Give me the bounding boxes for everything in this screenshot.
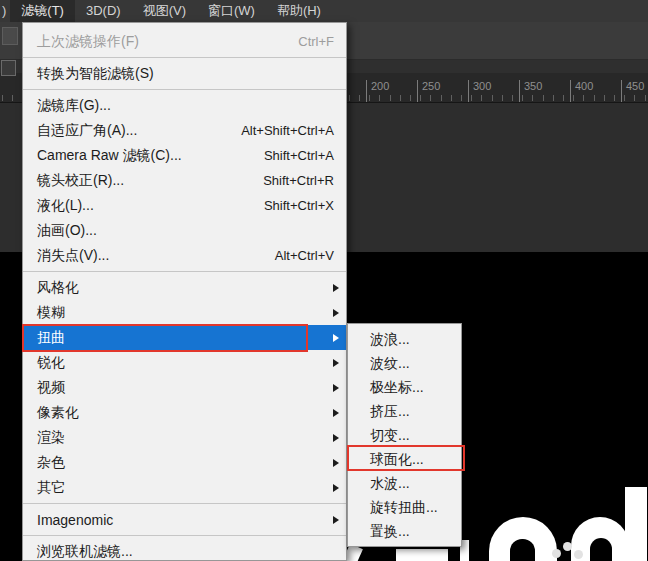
menubar-item-view[interactable]: 视图(V) <box>132 0 197 22</box>
menu-item-label: 风格化 <box>37 279 79 297</box>
menubar-item-help[interactable]: 帮助(H) <box>266 0 332 22</box>
menubar-partial-item: ) <box>0 0 10 22</box>
menu-item-label: 自适应广角(A)... <box>37 122 137 140</box>
menu-item-noise[interactable]: 杂色 <box>23 450 346 475</box>
menu-item-sharpen[interactable]: 锐化 <box>23 350 346 375</box>
menu-item-label: 模糊 <box>37 304 65 322</box>
menu-item-label: Camera Raw 滤镜(C)... <box>37 147 182 165</box>
submenu-item-label: 旋转扭曲... <box>370 499 438 517</box>
ruler-tick-label: 250 <box>417 80 440 102</box>
menu-item-shortcut: Shift+Ctrl+X <box>264 198 334 213</box>
menu-item-camera-raw[interactable]: Camera Raw 滤镜(C)... Shift+Ctrl+A <box>23 143 346 168</box>
submenu-item-polar-coordinates[interactable]: 极坐标... <box>348 376 461 400</box>
submenu-arrow-icon <box>333 284 339 292</box>
submenu-item-spherize[interactable]: 球面化... <box>348 448 461 472</box>
menu-item-distort[interactable]: 扭曲 <box>23 325 346 350</box>
menu-item-label: 油画(O)... <box>37 222 97 240</box>
menu-separator <box>23 271 346 272</box>
submenu-item-pinch[interactable]: 挤压... <box>348 400 461 424</box>
menubar-item-3d[interactable]: 3D(D) <box>75 0 132 22</box>
menubar-item-filter[interactable]: 滤镜(T) <box>10 0 75 22</box>
menu-item-label: 其它 <box>37 479 65 497</box>
menu-item-label: 液化(L)... <box>37 197 94 215</box>
canvas-dot <box>563 542 572 551</box>
menu-item-convert-smart-filter[interactable]: 转换为智能滤镜(S) <box>23 61 346 86</box>
menu-item-label: 浏览联机滤镜... <box>37 543 133 561</box>
submenu-arrow-icon <box>333 459 339 467</box>
menu-item-label: 渲染 <box>37 429 65 447</box>
submenu-item-label: 球面化... <box>370 451 424 469</box>
menu-separator <box>23 57 346 58</box>
menu-item-label: 扭曲 <box>37 329 65 347</box>
menu-item-video[interactable]: 视频 <box>23 375 346 400</box>
submenu-arrow-icon <box>333 309 339 317</box>
menu-item-label: Imagenomic <box>37 512 113 528</box>
canvas-letter-fragment <box>396 549 448 561</box>
background-panel-fragment <box>1 60 16 76</box>
canvas-dot <box>552 549 561 558</box>
submenu-item-label: 波浪... <box>370 331 410 349</box>
menu-separator <box>23 89 346 90</box>
menu-item-shortcut: Alt+Ctrl+V <box>275 248 334 263</box>
menu-item-other[interactable]: 其它 <box>23 475 346 500</box>
submenu-item-label: 置换... <box>370 523 410 541</box>
submenu-item-shear[interactable]: 切变... <box>348 424 461 448</box>
menu-item-shortcut: Shift+Ctrl+A <box>264 148 334 163</box>
menubar-item-window[interactable]: 窗口(W) <box>197 0 266 22</box>
menu-item-liquify[interactable]: 液化(L)... Shift+Ctrl+X <box>23 193 346 218</box>
submenu-item-zigzag[interactable]: 水波... <box>348 472 461 496</box>
menu-item-label: 杂色 <box>37 454 65 472</box>
menu-item-label: 像素化 <box>37 404 79 422</box>
submenu-item-label: 水波... <box>370 475 410 493</box>
canvas-dot <box>574 550 583 559</box>
menu-item-lens-correction[interactable]: 镜头校正(R)... Shift+Ctrl+R <box>23 168 346 193</box>
menu-item-label: 镜头校正(R)... <box>37 172 124 190</box>
menu-item-label: 锐化 <box>37 354 65 372</box>
ruler-tick-label: 300 <box>468 80 491 102</box>
menu-item-oil-paint[interactable]: 油画(O)... <box>23 218 346 243</box>
menu-separator <box>23 503 346 504</box>
menu-item-shortcut: Shift+Ctrl+R <box>263 173 334 188</box>
menu-item-label: 转换为智能滤镜(S) <box>37 65 154 83</box>
menu-item-label: 上次滤镜操作(F) <box>37 33 139 51</box>
menu-item-render[interactable]: 渲染 <box>23 425 346 450</box>
menu-item-filter-gallery[interactable]: 滤镜库(G)... <box>23 93 346 118</box>
canvas-letter-n-hole <box>510 539 535 561</box>
menu-item-imagenomic[interactable]: Imagenomic <box>23 507 346 532</box>
menu-item-browse-filters-online[interactable]: 浏览联机滤镜... <box>23 539 346 561</box>
menu-item-stylize[interactable]: 风格化 <box>23 275 346 300</box>
submenu-item-displace[interactable]: 置换... <box>348 520 461 544</box>
background-panel-fragment <box>2 27 18 45</box>
menu-item-vanishing-point[interactable]: 消失点(V)... Alt+Ctrl+V <box>23 243 346 268</box>
menu-item-shortcut: Ctrl+F <box>298 34 334 49</box>
submenu-item-wave[interactable]: 波浪... <box>348 328 461 352</box>
canvas-letter-d-hole <box>590 538 612 561</box>
distort-submenu: 波浪... 波纹... 极坐标... 挤压... 切变... 球面化... 水波… <box>347 323 462 547</box>
filter-dropdown-menu: 上次滤镜操作(F) Ctrl+F 转换为智能滤镜(S) 滤镜库(G)... 自适… <box>22 22 347 561</box>
submenu-item-label: 波纹... <box>370 355 410 373</box>
menu-item-label: 消失点(V)... <box>37 247 109 265</box>
menu-item-adaptive-wide-angle[interactable]: 自适应广角(A)... Alt+Shift+Ctrl+A <box>23 118 346 143</box>
submenu-item-label: 挤压... <box>370 403 410 421</box>
ruler-tick-label: 200 <box>366 80 389 102</box>
submenu-arrow-icon <box>333 409 339 417</box>
submenu-arrow-icon <box>333 359 339 367</box>
ruler-tick-label: 350 <box>519 80 542 102</box>
submenu-item-twirl[interactable]: 旋转扭曲... <box>348 496 461 520</box>
menu-item-blur[interactable]: 模糊 <box>23 300 346 325</box>
menu-item-shortcut: Alt+Shift+Ctrl+A <box>241 123 334 138</box>
menu-bar: ) 滤镜(T) 3D(D) 视图(V) 窗口(W) 帮助(H) <box>0 0 648 22</box>
menu-item-last-filter[interactable]: 上次滤镜操作(F) Ctrl+F <box>23 29 346 54</box>
menu-item-label: 滤镜库(G)... <box>37 97 111 115</box>
ruler-tick-label: 450 <box>621 80 644 102</box>
submenu-arrow-icon <box>333 484 339 492</box>
menu-item-pixelate[interactable]: 像素化 <box>23 400 346 425</box>
submenu-item-label: 切变... <box>370 427 410 445</box>
submenu-arrow-icon <box>333 384 339 392</box>
menu-item-label: 视频 <box>37 379 65 397</box>
canvas-letter-d-stem <box>625 487 647 561</box>
submenu-arrow-icon <box>333 516 339 524</box>
menu-separator <box>23 535 346 536</box>
submenu-item-ripple[interactable]: 波纹... <box>348 352 461 376</box>
submenu-arrow-icon <box>333 334 339 342</box>
